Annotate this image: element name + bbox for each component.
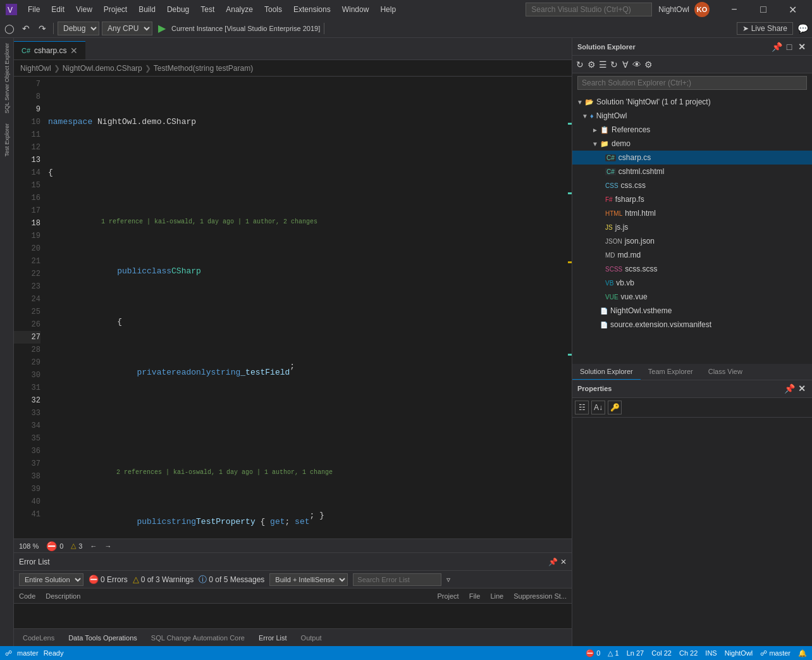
menu-file[interactable]: File bbox=[23, 4, 45, 15]
status-left: ☍ master Ready bbox=[5, 649, 63, 657]
editor-scrollbar[interactable] bbox=[563, 77, 572, 539]
menu-test[interactable]: Test bbox=[195, 4, 219, 15]
filter-icon[interactable]: ▿ bbox=[446, 575, 450, 584]
errors-badge[interactable]: ⛔ 0 Errors bbox=[89, 575, 128, 584]
warnings-badge[interactable]: △ 0 of 3 Warnings bbox=[133, 575, 194, 584]
tree-demo-folder[interactable]: ▼ 📁 demo bbox=[572, 137, 812, 151]
sol-settings-icon[interactable]: ⚙ bbox=[643, 59, 653, 70]
menu-project[interactable]: Project bbox=[99, 4, 132, 15]
user-avatar[interactable]: KO bbox=[694, 2, 710, 17]
sol-filter-icon[interactable]: ☰ bbox=[598, 59, 608, 70]
sol-refresh-icon[interactable]: ↻ bbox=[609, 59, 619, 70]
debug-config-dropdown[interactable]: Debug bbox=[58, 22, 99, 35]
props-close-icon[interactable]: ✕ bbox=[797, 383, 807, 394]
ch-indicator: Ch 22 bbox=[679, 649, 698, 657]
restore-button[interactable]: □ bbox=[749, 0, 778, 19]
tab-csharp-cs[interactable]: C# csharp.cs ✕ bbox=[14, 41, 85, 59]
sol-expand-icon: ▼ bbox=[575, 99, 585, 106]
pin-icon[interactable]: 📌 bbox=[772, 42, 782, 52]
props-key-icon[interactable]: 🔑 bbox=[608, 401, 622, 414]
solution-search-input[interactable] bbox=[577, 76, 807, 90]
tab-data-tools[interactable]: Data Tools Operations bbox=[62, 632, 144, 644]
tab-team-explorer[interactable]: Team Explorer bbox=[641, 364, 701, 380]
feedback-button[interactable]: 💬 bbox=[796, 22, 809, 35]
code-editor[interactable]: 7 8 9 10 11 12 13 14 15 16 17 18 19 20 2… bbox=[14, 77, 572, 539]
build-dropdown[interactable]: Build + IntelliSense bbox=[269, 573, 348, 586]
error-search-input[interactable] bbox=[353, 573, 441, 586]
tree-md[interactable]: MD md.md bbox=[572, 248, 812, 262]
sol-sync-icon[interactable]: ↻ bbox=[575, 59, 585, 70]
menu-search-input[interactable] bbox=[526, 3, 652, 16]
tree-json[interactable]: JSON json.json bbox=[572, 234, 812, 248]
menu-extensions[interactable]: Extensions bbox=[288, 4, 336, 15]
code-line-8: { bbox=[46, 166, 563, 179]
tree-vb[interactable]: VB vb.vb bbox=[572, 276, 812, 290]
menu-edit[interactable]: Edit bbox=[46, 4, 70, 15]
file-label-vb: vb.vb bbox=[616, 278, 634, 287]
panel-bottom-tabs: Solution Explorer Team Explorer Class Vi… bbox=[572, 364, 812, 380]
menu-tools[interactable]: Tools bbox=[259, 4, 287, 15]
close-button[interactable]: ✕ bbox=[778, 0, 807, 19]
tree-expand-icon: ► bbox=[590, 127, 600, 134]
references-label: References bbox=[612, 125, 650, 134]
platform-dropdown[interactable]: Any CPU bbox=[102, 22, 152, 35]
sol-view-icon[interactable]: 👁 bbox=[632, 59, 642, 70]
tab-error-list[interactable]: Error List bbox=[252, 632, 293, 644]
code-line-12 bbox=[46, 417, 563, 430]
menu-help[interactable]: Help bbox=[375, 4, 401, 15]
bottom-tabs: CodeLens Data Tools Operations SQL Chang… bbox=[14, 628, 572, 646]
nav-back-icon[interactable]: ← bbox=[90, 542, 97, 550]
tree-references[interactable]: ► 📋 References bbox=[572, 123, 812, 137]
tree-vstheme[interactable]: 📄 NightOwl.vstheme bbox=[572, 304, 812, 318]
live-share-button[interactable]: ➤ Live Share bbox=[737, 22, 793, 35]
warning-triangle-icon: △ bbox=[71, 542, 76, 550]
tree-nightowl[interactable]: ▼ ♦ NightOwl bbox=[572, 109, 812, 123]
tab-class-view[interactable]: Class View bbox=[701, 364, 750, 380]
messages-badge[interactable]: ⓘ 0 of 5 Messages bbox=[199, 574, 264, 585]
code-content[interactable]: namespace NightOwl.demo.CSharp { 1 refer… bbox=[46, 77, 563, 539]
menu-window[interactable]: Window bbox=[337, 4, 374, 15]
error-list-toolbar: Entire Solution ⛔ 0 Errors △ 0 of 3 Warn… bbox=[14, 571, 572, 588]
close-icon[interactable]: ✕ bbox=[797, 42, 807, 52]
tree-fsharp[interactable]: F# fsharp.fs bbox=[572, 192, 812, 206]
warning-status-icon: △ 1 bbox=[608, 649, 618, 657]
nav-forward-icon[interactable]: → bbox=[104, 542, 111, 550]
menu-analyze[interactable]: Analyze bbox=[221, 4, 258, 15]
solution-explorer-title: Solution Explorer bbox=[577, 43, 636, 51]
tree-vue[interactable]: VUE vue.vue bbox=[572, 290, 812, 304]
close-panel-icon[interactable]: ✕ bbox=[560, 557, 567, 566]
scope-dropdown[interactable]: Entire Solution bbox=[19, 573, 83, 586]
tree-cshtml[interactable]: C# cshtml.cshtml bbox=[572, 165, 812, 178]
tree-csharp-cs[interactable]: C# csharp.cs bbox=[572, 151, 812, 165]
tab-close-button[interactable]: ✕ bbox=[70, 46, 78, 56]
redo-button[interactable]: ↷ bbox=[35, 22, 49, 35]
minimize-button[interactable]: − bbox=[720, 0, 749, 19]
tab-solution-explorer[interactable]: Solution Explorer bbox=[572, 364, 641, 380]
tree-scss[interactable]: SCSS scss.scss bbox=[572, 262, 812, 276]
test-explorer-tab[interactable]: Test Explorer bbox=[3, 118, 11, 162]
props-alphabetical-btn[interactable]: A↓ bbox=[591, 401, 605, 414]
menu-view[interactable]: View bbox=[71, 4, 97, 15]
tab-output[interactable]: Output bbox=[295, 632, 328, 644]
undo-button[interactable]: ↶ bbox=[19, 22, 33, 35]
sol-collapse-icon[interactable]: ∀ bbox=[620, 59, 631, 70]
expand-icon[interactable]: □ bbox=[784, 42, 794, 52]
props-categorized-btn[interactable]: ☷ bbox=[575, 401, 589, 414]
sol-props-icon[interactable]: ⚙ bbox=[586, 59, 596, 70]
error-status-icon: ⛔ 0 bbox=[586, 649, 600, 657]
run-button[interactable]: ▶ bbox=[155, 22, 169, 35]
tree-css[interactable]: CSS css.css bbox=[572, 178, 812, 192]
tab-sql-change[interactable]: SQL Change Automation Core bbox=[145, 632, 251, 644]
pin-icon[interactable]: 📌 bbox=[548, 557, 558, 566]
props-pin-icon[interactable]: 📌 bbox=[784, 383, 794, 394]
tab-codelens[interactable]: CodeLens bbox=[16, 632, 61, 644]
new-file-button[interactable]: ◯ bbox=[3, 22, 16, 35]
sql-server-tab[interactable]: SQL Server Object Explorer bbox=[3, 38, 11, 118]
warning-indicator[interactable]: △ 3 bbox=[71, 542, 82, 550]
menu-build[interactable]: Build bbox=[133, 4, 161, 15]
tree-vsixmanifest[interactable]: 📄 source.extension.vsixmanifest bbox=[572, 318, 812, 332]
tree-js[interactable]: JS js.js bbox=[572, 220, 812, 234]
menu-debug[interactable]: Debug bbox=[162, 4, 194, 15]
error-indicator[interactable]: ⛔ 0 bbox=[46, 541, 63, 551]
tree-html[interactable]: HTML html.html bbox=[572, 206, 812, 220]
